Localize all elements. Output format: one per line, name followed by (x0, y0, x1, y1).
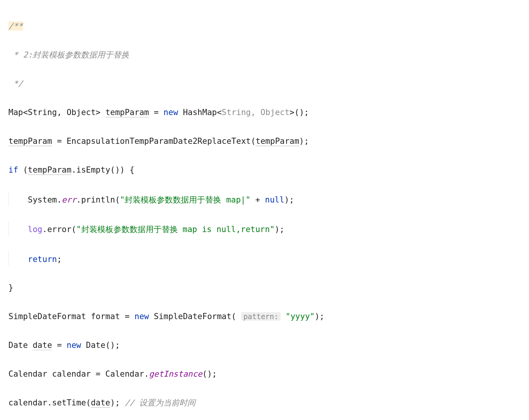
text: .println( (76, 195, 120, 204)
keyword-new: new (135, 312, 149, 321)
method-getinstance: getInstance (149, 369, 202, 379)
var-date: date (91, 398, 110, 408)
text: HashMap< (178, 108, 222, 117)
indent (8, 225, 28, 234)
text: = EncapsulationTempParamDate2ReplaceText… (52, 137, 256, 146)
code-line: calendar.setTime(date); // 设置为当前时间 (8, 396, 529, 410)
text: >(); (289, 108, 309, 117)
code-line: tempParam = EncapsulationTempParamDate2R… (8, 134, 529, 149)
text (281, 312, 286, 321)
var-tempparam: tempParam (28, 165, 72, 175)
class-system: System (28, 195, 57, 204)
text: ); (315, 312, 324, 321)
code-line: Calendar calendar = Calendar.getInstance… (8, 367, 529, 382)
brace-close: } (8, 283, 13, 292)
field-log: log (28, 225, 43, 234)
text: (); (202, 369, 217, 379)
param-hint-pattern: pattern: (241, 312, 281, 321)
code-line: return; (8, 251, 529, 267)
keyword-null: null (265, 195, 284, 204)
code-line: * 2:封装模板参数数据用于替换 (8, 48, 529, 63)
text: ; (57, 254, 62, 264)
text: Date (8, 341, 33, 350)
keyword-return: return (28, 254, 57, 264)
text: ); (299, 137, 309, 146)
text: .error( (43, 225, 77, 234)
text: = (52, 341, 67, 350)
comment: // 设置为当前时间 (125, 398, 196, 407)
code-line: System.err.println("封装模板参数数据用于替换 map|" +… (8, 192, 529, 207)
code-editor[interactable]: /** * 2:封装模板参数数据用于替换 */ Map<String, Obje… (0, 0, 529, 420)
text: . (57, 195, 62, 204)
text: = (149, 108, 164, 117)
text: Calendar calendar = Calendar. (8, 369, 149, 379)
text: SimpleDateFormat format = (8, 312, 135, 321)
text: SimpleDateFormat( (149, 312, 241, 321)
javadoc-end: */ (8, 79, 23, 88)
javadoc-start: /** (8, 21, 23, 31)
var-date: date (33, 341, 52, 350)
indent (8, 195, 28, 204)
text: calendar.setTime( (8, 398, 91, 407)
text: Map<String, Object> (8, 108, 105, 117)
indent (8, 254, 28, 264)
code-line: Map<String, Object> tempParam = new Hash… (8, 105, 529, 120)
code-line: } (8, 281, 529, 295)
code-line: Date date = new Date(); (8, 338, 529, 353)
keyword-new: new (67, 341, 81, 350)
text: ); (110, 398, 125, 407)
text: ( (18, 165, 28, 175)
text: ); (275, 225, 284, 234)
var-tempparam: tempParam (105, 108, 149, 117)
code-line: log.error("封装模板参数数据用于替换 map is null,retu… (8, 221, 529, 237)
keyword-if: if (8, 165, 18, 175)
var-tempparam: tempParam (8, 137, 52, 146)
string-literal: "yyyy" (286, 312, 315, 321)
code-line: */ (8, 77, 529, 91)
field-err: err (62, 195, 76, 204)
keyword-new: new (164, 108, 178, 117)
text: .isEmpty()) { (71, 165, 134, 175)
var-tempparam: tempParam (256, 137, 299, 146)
string-literal: "封装模板参数数据用于替换 map|" (120, 195, 251, 204)
string-literal: "封装模板参数数据用于替换 map is null,return" (76, 225, 275, 234)
javadoc-body: * 2:封装模板参数数据用于替换 (8, 50, 129, 59)
text: ); (284, 195, 294, 204)
text: + (250, 195, 265, 204)
code-line: if (tempParam.isEmpty()) { (8, 163, 529, 178)
text: Date(); (81, 341, 120, 350)
code-line: SimpleDateFormat format = new SimpleDate… (8, 310, 529, 324)
code-line: /** (8, 19, 529, 34)
generic-hint: String, Object (222, 108, 289, 117)
